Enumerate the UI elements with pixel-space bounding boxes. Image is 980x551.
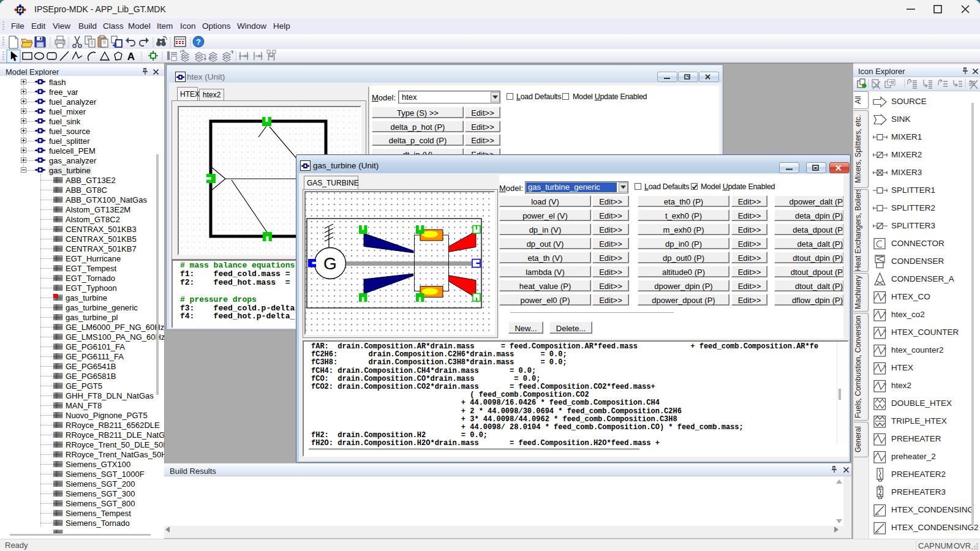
svg-text:G: G [323, 254, 337, 273]
svg-text:?: ? [196, 37, 201, 47]
svg-text:A: A [127, 51, 135, 62]
